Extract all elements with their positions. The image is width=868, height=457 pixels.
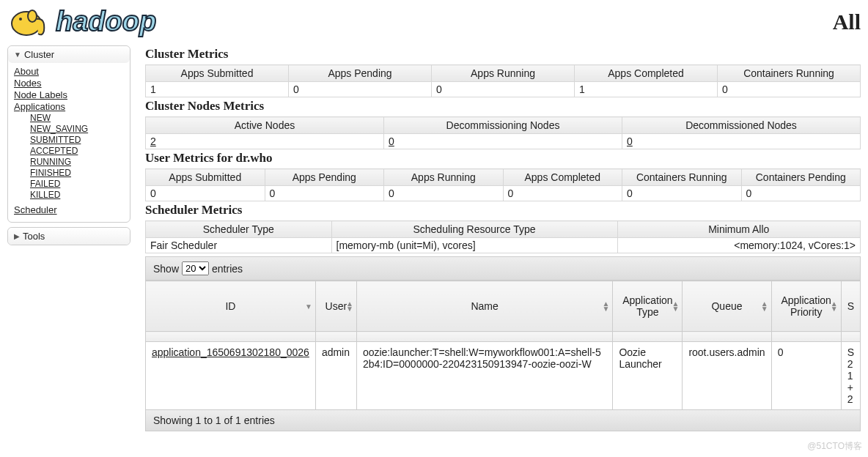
decomd-nodes-link[interactable]: 0 [622,134,861,149]
applications-table: ID▼ User▲▼ Name▲▼ Application Type▲▼ Que… [145,280,861,410]
nav-apps-failed[interactable]: FAILED [30,179,124,189]
nav-apps-killed[interactable]: KILLED [30,190,124,200]
col-header: Containers Running [622,169,742,186]
cell: 0 [289,82,432,97]
page-length-select[interactable]: 20 [182,261,209,275]
user-metrics-heading: User Metrics for dr.who [145,151,861,166]
col-header: Containers Running [718,65,861,82]
col-header: Containers Pending [741,169,861,186]
scheduler-metrics-table: Scheduler Type Scheduling Resource Type … [145,220,861,253]
col-header: Scheduler Type [146,221,332,238]
sort-desc-icon: ▼ [305,304,312,309]
col-header: Apps Completed [503,169,622,186]
page-title: All [833,10,861,34]
sort-icon: ▲▼ [761,301,768,311]
col-header: Apps Pending [265,169,384,186]
col-header: Apps Running [432,65,575,82]
hadoop-logo: hadoop [7,4,223,40]
col-header: Apps Submitted [146,169,265,186]
nav-apps-submitted[interactable]: SUBMITTED [30,135,124,145]
cluster-metrics-heading: Cluster Metrics [145,47,861,62]
nav-nodes[interactable]: Nodes [14,78,124,89]
col-header: Apps Pending [289,65,432,82]
col-last[interactable]: S [841,281,860,332]
col-priority[interactable]: Application Priority▲▼ [771,281,841,332]
cell-priority: 0 [771,342,841,410]
tools-panel-toggle[interactable]: ▶Tools [8,228,130,245]
cluster-panel: ▼Cluster About Nodes Node Labels Applica… [7,45,130,223]
cell: 1 [575,82,718,97]
cell-user: admin [315,342,356,410]
col-header: Decommissioning Nodes [384,117,622,134]
active-nodes-link[interactable]: 2 [146,134,384,149]
col-name[interactable]: Name▲▼ [356,281,613,332]
col-header: Scheduling Resource Type [331,221,617,238]
nav-applications[interactable]: Applications [14,101,124,112]
cell-queue: root.users.admin [683,342,771,410]
col-header: Apps Completed [575,65,718,82]
cell: 0 [741,186,861,201]
cell: 0 [265,186,384,201]
nav-scheduler[interactable]: Scheduler [14,204,124,215]
nav-apps-accepted[interactable]: ACCEPTED [30,146,124,156]
hadoop-wordmark: hadoop [54,4,223,40]
cell-last: S 2 1 + 2 [841,342,860,410]
tools-panel: ▶Tools [7,227,130,245]
cell: 0 [503,186,622,201]
app-link[interactable]: application_1650691302180_0026 [152,346,309,358]
cell: <memory:1024, vCores:1> [617,238,861,253]
sort-icon: ▲▼ [672,301,679,311]
cell: 0 [146,186,265,201]
cell-type: Oozie Launcher [613,342,683,410]
cell: 0 [432,82,575,97]
col-type[interactable]: Application Type▲▼ [613,281,683,332]
svg-text:hadoop: hadoop [56,6,156,37]
cluster-panel-label: Cluster [24,49,54,60]
caret-down-icon: ▼ [14,51,21,59]
col-header: Apps Submitted [146,65,289,82]
sort-icon: ▲▼ [346,301,353,311]
entries-label: entries [212,263,243,275]
svg-point-1 [19,18,22,21]
caret-right-icon: ▶ [14,232,20,240]
cell: [memory-mb (unit=Mi), vcores] [331,238,617,253]
col-header: Decommissioned Nodes [622,117,861,134]
nav-node-labels[interactable]: Node Labels [14,89,124,100]
nav-apps-new[interactable]: NEW [30,113,124,123]
col-user[interactable]: User▲▼ [315,281,356,332]
datatable-length-control: Show 20 entries [145,256,861,280]
sort-icon: ▲▼ [831,301,838,311]
col-header: Apps Running [384,169,504,186]
show-label: Show [153,263,179,275]
cell-name: oozie:launcher:T=shell:W=myworkflow001:A… [356,342,613,410]
cell: 0 [718,82,861,97]
cluster-panel-toggle[interactable]: ▼Cluster [8,46,130,63]
tools-panel-label: Tools [23,231,45,242]
nav-about[interactable]: About [14,66,124,77]
col-header: Active Nodes [146,117,384,134]
nav-apps-finished[interactable]: FINISHED [30,168,124,178]
cell: 1 [146,82,289,97]
cluster-nodes-table: Active Nodes Decommissioning Nodes Decom… [145,116,861,149]
table-row: application_1650691302180_0026 admin ooz… [146,342,861,410]
col-queue[interactable]: Queue▲▼ [683,281,771,332]
datatable-info: Showing 1 to 1 of 1 entries [145,410,861,431]
decom-nodes-link[interactable]: 0 [384,134,622,149]
scheduler-metrics-heading: Scheduler Metrics [145,203,861,218]
user-metrics-table: Apps Submitted Apps Pending Apps Running… [145,168,861,201]
cluster-nodes-heading: Cluster Nodes Metrics [145,99,861,114]
cell: Fair Scheduler [146,238,332,253]
col-id[interactable]: ID▼ [146,281,316,332]
nav-apps-running[interactable]: RUNNING [30,157,124,167]
svg-point-2 [28,10,37,22]
elephant-icon [7,4,51,40]
sort-icon: ▲▼ [602,301,609,311]
nav-apps-new-saving[interactable]: NEW_SAVING [30,124,124,134]
cluster-metrics-table: Apps Submitted Apps Pending Apps Running… [145,64,861,97]
col-header: Minimum Allo [617,221,861,238]
cell: 0 [384,186,504,201]
filter-row [146,332,861,342]
cell: 0 [622,186,742,201]
